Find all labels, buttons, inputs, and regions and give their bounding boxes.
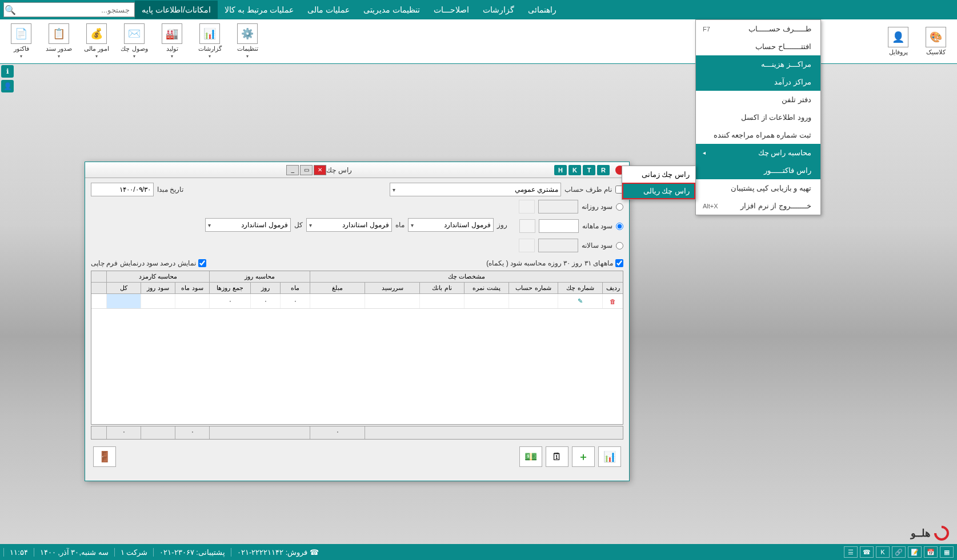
group-fee-calc: محاسبه کارمزد [106,271,209,282]
search-box[interactable]: 🔍 [3,2,135,17]
month-label: ماه [395,221,405,229]
party-combo[interactable]: مشتري عمومي [390,183,561,196]
month-formula-combo[interactable]: فرمول استاندارد [306,218,392,232]
row-bank[interactable] [419,294,464,308]
brand-logo: هلــو [911,526,949,541]
yearly-value [538,239,578,252]
monthly-value[interactable] [539,219,579,233]
sb-share-icon[interactable]: 🔗 [892,546,906,558]
ribbon-cheque[interactable]: ✉️وصول چك▾ [117,22,152,61]
letter-h[interactable]: H [554,165,567,175]
dd-phonebook[interactable]: دفتر تلفن [696,91,820,108]
footer-total: ۰ [106,426,141,439]
date-label: تاریخ مبدا [157,186,183,194]
dd-import-excel[interactable]: ورود اطلاعات از اکسل [696,108,820,126]
user-icon[interactable]: 👤 [1,80,14,92]
monthly-stepper[interactable] [519,219,535,233]
letter-k[interactable]: K [568,165,581,175]
submenu-time-cheque[interactable]: راس چك زمانی [622,166,695,183]
footer-monthint: ۰ [175,426,209,439]
letter-t[interactable]: T [583,165,595,175]
exit-button[interactable]: 🚪 [93,446,116,467]
info-icon[interactable]: ℹ [1,65,14,78]
dd-account-party[interactable]: طـــــرف حســـــابF7 [696,20,820,38]
search-input[interactable] [17,6,134,14]
calc-button[interactable]: 🗓 [546,446,568,467]
col-total: کل [106,283,141,293]
dd-cost-centers[interactable]: مراکـــز هزینـــه [696,55,820,73]
group-cheque-spec: مشخصات چك [310,271,623,282]
menu-item-goods[interactable]: عملیات مرتبط به کالا [218,1,301,19]
minimize-button[interactable]: _ [286,165,299,175]
row-amount[interactable] [310,294,365,308]
row-delete-icon[interactable]: 🗑 [602,294,623,308]
monthly-label: سود ماهانه [582,222,612,230]
ribbon-invoice[interactable]: 📄فاکتور▾ [3,22,39,61]
dd-item-label: محاسبه راس چك [758,148,811,157]
menu-item-corrections[interactable]: اصلاحـــات [427,1,476,19]
sb-cal-icon[interactable]: 📅 [924,546,938,558]
dd-income-centers[interactable]: مراکز درآمد [696,73,820,91]
col-row: ردیف [602,283,623,293]
sb-sales: ☎ فروش: ۲۲۲۲۱۱۴۲-۰۲۱ [231,548,325,557]
print-percent-checkbox[interactable] [198,259,206,267]
ribbon-settings[interactable]: ⚙️تنظیمات▾ [230,22,265,61]
maximize-button[interactable]: ▭ [300,165,313,175]
dd-register-mobile[interactable]: ثبت شماره همراه مراجعه کننده [696,126,820,144]
sb-grid-icon[interactable]: ▦ [940,546,954,558]
row-acctno[interactable] [508,294,558,308]
ribbon-classic[interactable]: 🎨کلاسیک [918,22,954,61]
money-button[interactable]: 💵 [519,446,542,467]
total-formula-combo[interactable]: فرمول استاندارد [205,218,291,232]
ribbon-production[interactable]: 🏭تولید▾ [154,22,190,61]
daily-radio[interactable] [616,203,623,211]
dd-open-account[interactable]: افتتـــــــاح حساب [696,38,820,55]
row-edit-icon[interactable]: ✎ [558,294,602,308]
letter-r[interactable]: R [597,165,610,175]
menu-item-help[interactable]: راهنمائی [521,1,563,19]
col-acctno: شماره حساب [508,283,558,293]
dd-invoice-head[interactable]: راس فاکتـــــور [696,162,820,179]
day-formula-combo[interactable]: فرمول استاندارد [408,218,494,232]
sb-note-icon[interactable]: 📝 [908,546,922,558]
dd-exit[interactable]: خـــــــروج از نرم افزارAlt+X [696,197,820,215]
window-action-bar: 📊 ＋ 🗓 💵 🚪 [91,444,623,469]
yearly-label: سود سالانه [582,241,612,249]
ribbon-voucher[interactable]: 📋صدور سند▾ [41,22,77,61]
menu-item-base[interactable]: امکانات/اطلاعات پایه [135,1,218,19]
party-label: نام طرف حساب [564,186,612,194]
menu-item-reports[interactable]: گزارشات [476,1,521,19]
sb-k-icon[interactable]: K [876,546,890,558]
monthly-radio[interactable] [616,223,623,230]
dd-item-label: دفتر تلفن [782,95,811,104]
dd-backup[interactable]: تهیه و بازیابی کپی پشتیبان [696,179,820,197]
chart-button[interactable]: 📊 [598,446,621,467]
col-chkno: شماره چك [558,283,602,293]
date-input[interactable] [91,183,154,196]
month-formula-value: فرمول استاندارد [342,221,389,229]
menu-item-mgmt[interactable]: تنظیمات مدیریتی [357,1,427,19]
ribbon-reports[interactable]: 📊گزارشات▾ [192,22,227,61]
row-total[interactable] [106,294,141,308]
ribbon-finance[interactable]: 💰امور مالی▾ [79,22,114,61]
add-button[interactable]: ＋ [572,446,595,467]
yearly-radio[interactable] [616,242,623,249]
search-icon[interactable]: 🔍 [4,3,17,17]
menu-item-financial[interactable]: عملیات مالی [301,1,357,19]
dd-item-label: ثبت شماره همراه مراجعه کننده [714,131,811,139]
dd-item-label: مراکـــز هزینـــه [761,60,811,69]
submenu-rial-cheque[interactable]: راس چك ریالی [622,183,695,199]
thirty-day-checkbox[interactable] [615,259,623,267]
row-due[interactable] [365,294,419,308]
cheque-grid: مشخصات چك محاسبه روز محاسبه کارمزد ردیف … [91,271,623,425]
main-menubar: امکانات/اطلاعات پایه عملیات مرتبط به کال… [0,0,957,19]
row-back[interactable] [464,294,508,308]
day-formula-value: فرمول استاندارد [444,221,490,229]
sb-phone-icon[interactable]: ☎ [860,546,874,558]
total-formula-value: فرمول استاندارد [241,221,287,229]
grid-row[interactable]: 🗑 ✎ ۰ ۰ ۰ [91,294,623,309]
sb-list-icon[interactable]: ☰ [844,546,858,558]
close-button[interactable]: ✕ [314,165,326,175]
dd-cheque-head[interactable]: محاسبه راس چك◂ [696,144,820,162]
ribbon-profile[interactable]: 👤پروفایل [880,22,916,61]
